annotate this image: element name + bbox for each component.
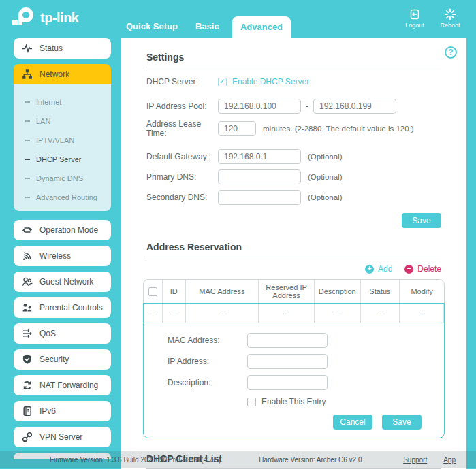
mac-address-row: MAC Address: — [144, 333, 444, 348]
sidebar-item-status[interactable]: Status — [14, 38, 111, 59]
logout-icon — [409, 8, 421, 20]
lease-time-row: Address Lease Time: minutes. (2-2880. Th… — [146, 119, 441, 138]
help-icon[interactable]: ? — [445, 46, 457, 59]
submenu-item-label: LAN — [36, 117, 50, 125]
chain-link-icon — [22, 432, 33, 442]
ip-pool-start-input[interactable] — [218, 99, 301, 114]
add-icon — [365, 265, 374, 274]
sidebar-item-parental-controls[interactable]: Parental Controls — [14, 297, 111, 318]
people-icon — [22, 276, 33, 287]
app-link[interactable]: App — [443, 456, 456, 464]
sidebar-item-label: Network — [39, 69, 69, 79]
submenu-item-iptv-vlan[interactable]: IPTV/VLAN — [14, 131, 111, 150]
settings-title: Settings — [146, 52, 441, 63]
logo-text: tp-link — [40, 10, 79, 26]
enable-entry-row: Enable This Entry — [247, 397, 444, 406]
primary-dns-input[interactable] — [218, 169, 301, 184]
parental-icon — [22, 302, 33, 313]
add-label: Add — [378, 264, 392, 274]
default-gateway-input[interactable] — [218, 149, 301, 164]
reboot-button[interactable]: Reboot — [437, 8, 464, 29]
pulse-icon — [22, 43, 33, 54]
description-row: Description: — [144, 375, 444, 390]
ip-pool-label: IP Address Pool: — [146, 101, 218, 111]
support-link[interactable]: Support — [403, 456, 427, 464]
table-cell: -- — [163, 304, 186, 323]
submenu-item-lan[interactable]: LAN — [14, 112, 111, 131]
description-label: Description: — [168, 378, 247, 387]
document-icon — [22, 406, 33, 417]
reboot-icon — [444, 8, 456, 20]
lease-time-hint: minutes. (2-2880. The default value is 1… — [263, 125, 414, 133]
reboot-label: Reboot — [440, 22, 460, 29]
description-input[interactable] — [247, 375, 328, 390]
cancel-button[interactable]: Cancel — [333, 415, 372, 430]
sidebar-item-guest-network[interactable]: Guest Network — [14, 272, 111, 292]
main-content: ? Settings DHCP Server: Enable DHCP Serv… — [121, 38, 466, 469]
sidebar-item-network[interactable]: Network — [14, 64, 111, 84]
hardware-version: Hardware Version: Archer C6 v2.0 — [259, 456, 362, 464]
network-submenu: Internet LAN IPTV/VLAN DHCP Server Dynam… — [14, 84, 111, 211]
submenu-item-dynamic-dns[interactable]: Dynamic DNS — [14, 169, 111, 188]
sidebar-item-nat-forwarding[interactable]: NAT Forwarding — [14, 375, 111, 395]
enable-entry-label: Enable This Entry — [261, 397, 326, 406]
tplink-logo-icon — [10, 6, 38, 29]
optional-hint: (Optional) — [308, 152, 343, 161]
footer-links: Support App — [403, 456, 456, 464]
submenu-item-label: DHCP Server — [36, 155, 81, 163]
sidebar-item-label: Wireless — [39, 251, 71, 261]
table-cell: -- — [361, 304, 400, 323]
add-button[interactable]: Add — [365, 264, 392, 274]
secondary-dns-row: Secondary DNS: (Optional) — [146, 190, 441, 205]
submenu-item-dhcp-server[interactable]: DHCP Server — [14, 150, 111, 169]
mac-address-input[interactable] — [247, 333, 328, 348]
delete-button[interactable]: Delete — [404, 264, 441, 274]
lease-time-input[interactable] — [218, 121, 256, 136]
dash-bullet — [25, 140, 30, 141]
submenu-item-label: Dynamic DNS — [36, 174, 83, 182]
column-header-description: Description — [315, 280, 361, 303]
sidebar-item-qos[interactable]: QoS — [14, 323, 111, 344]
header-actions: Logout Reboot — [401, 8, 464, 29]
hardware-value: Archer C6 v2.0 — [317, 456, 362, 464]
ip-pool-end-input[interactable] — [313, 99, 396, 114]
network-tree-icon — [22, 69, 33, 80]
logout-button[interactable]: Logout — [401, 8, 428, 29]
hardware-label: Hardware Version: — [259, 456, 315, 464]
save-settings-button[interactable]: Save — [402, 213, 441, 228]
secondary-dns-input[interactable] — [218, 190, 301, 205]
form-buttons: Cancel Save — [144, 415, 444, 430]
sidebar-item-wireless[interactable]: Wireless — [14, 246, 111, 266]
sidebar-item-operation-mode[interactable]: Operation Mode — [14, 220, 111, 240]
submenu-item-advanced-routing[interactable]: Advanced Routing — [14, 188, 111, 207]
sidebar-item-vpn-server[interactable]: VPN Server — [14, 427, 111, 447]
table-cell: -- — [259, 304, 315, 323]
select-all-checkbox[interactable] — [148, 287, 157, 296]
shield-check-icon — [22, 354, 33, 365]
enable-dhcp-checkbox[interactable] — [218, 78, 227, 86]
header: tp-link Quick Setup Basic Advanced Logou… — [0, 0, 476, 38]
tab-advanced[interactable]: Advanced — [232, 16, 291, 38]
save-entry-button[interactable]: Save — [382, 415, 422, 430]
sidebar-item-ipv6[interactable]: IPv6 — [14, 401, 111, 421]
submenu-item-internet[interactable]: Internet — [14, 93, 111, 112]
default-gateway-label: Default Gateway: — [146, 152, 218, 161]
tab-quick-setup[interactable]: Quick Setup — [126, 21, 178, 31]
triple-arrows-icon — [22, 328, 33, 339]
column-header-reserved-ip: Reserved IP Address — [259, 280, 315, 303]
ip-address-input[interactable] — [247, 354, 328, 369]
page: tp-link Quick Setup Basic Advanced Logou… — [0, 0, 476, 469]
sidebar-item-label: QoS — [39, 329, 56, 338]
wifi-icon — [22, 250, 33, 261]
ip-pool-separator: - — [306, 101, 308, 111]
submenu-item-label: Advanced Routing — [36, 193, 97, 201]
dash-bullet — [25, 159, 30, 160]
primary-dns-label: Primary DNS: — [146, 172, 218, 182]
tab-basic[interactable]: Basic — [195, 21, 219, 31]
sidebar-item-security[interactable]: Security — [14, 349, 111, 370]
ip-address-label: IP Address: — [168, 357, 247, 366]
table-cell: -- — [400, 304, 444, 323]
enable-entry-checkbox[interactable] — [247, 398, 256, 406]
submenu-item-label: Internet — [36, 98, 61, 106]
dash-bullet — [25, 120, 30, 122]
